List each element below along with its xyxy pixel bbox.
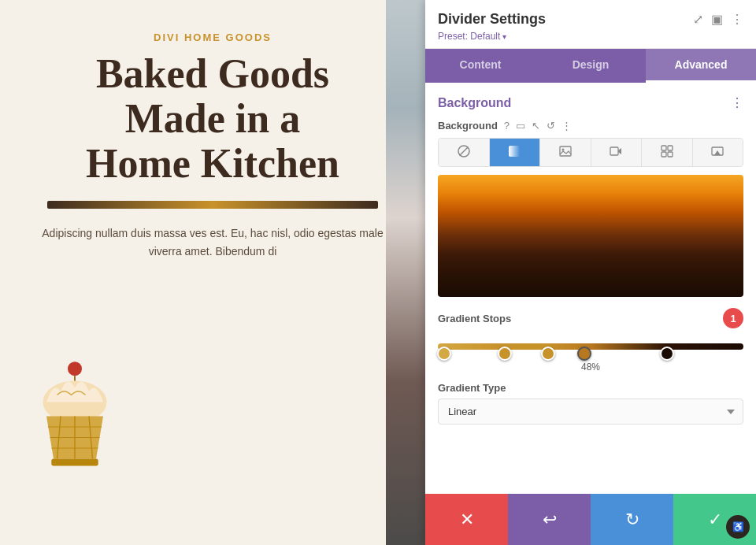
redo-button[interactable]: ↻ — [591, 494, 673, 545]
settings-panel: Divider Settings ⤢ ▣ ⋮ Preset: Default C… — [425, 0, 756, 545]
bg-more-icon[interactable]: ⋮ — [561, 120, 572, 132]
columns-icon[interactable]: ▣ — [711, 12, 723, 27]
tab-design[interactable]: Design — [536, 49, 646, 83]
bottom-buttons: ✕ ↩ ↻ ✓ — [425, 494, 756, 545]
gradient-type-select[interactable]: Linear Radial Conic — [438, 399, 743, 425]
cursor-icon[interactable]: ↖ — [532, 120, 540, 132]
gradient-stops-label: Gradient Stops — [438, 313, 511, 324]
bg-type-mask[interactable] — [693, 139, 743, 166]
svg-point-0 — [68, 361, 82, 376]
panel-preset[interactable]: Preset: Default — [438, 31, 743, 42]
svg-line-11 — [459, 147, 468, 156]
panel-header: Divider Settings ⤢ ▣ ⋮ Preset: Default — [425, 0, 756, 49]
cancel-button[interactable]: ✕ — [425, 494, 508, 545]
stop-dot-3[interactable] — [541, 347, 555, 361]
section-menu-icon[interactable]: ⋮ — [731, 95, 743, 110]
bg-type-image[interactable] — [540, 139, 591, 166]
bg-type-row — [438, 138, 743, 167]
accessibility-icon: ♿ — [726, 515, 750, 539]
preview-area: DIVI HOME GOODS Baked Goods Made in a Ho… — [0, 0, 425, 545]
svg-point-14 — [561, 149, 564, 151]
section-title: Background — [438, 96, 511, 110]
section-title-row: Background ⋮ — [438, 95, 743, 110]
gradient-stops-header: Gradient Stops 1 — [438, 308, 743, 328]
photo-strip — [386, 0, 425, 545]
bg-type-video[interactable] — [591, 139, 643, 166]
panel-tabs: Content Design Advanced — [425, 49, 756, 83]
tab-content[interactable]: Content — [425, 49, 536, 83]
mobile-preview-icon[interactable]: ▭ — [516, 120, 525, 132]
stop-dot-2[interactable] — [498, 347, 512, 361]
preview-body-text: Adipiscing nullam duis massa ves est. Eu… — [0, 224, 425, 262]
gradient-type-label: Gradient Type — [438, 382, 743, 394]
help-icon[interactable]: ? — [504, 120, 510, 132]
brand-name: DIVI HOME GOODS — [0, 0, 425, 43]
stop-dot-5[interactable] — [660, 347, 674, 361]
bg-type-gradient[interactable] — [490, 139, 541, 166]
stop-dot-1[interactable] — [437, 347, 451, 361]
svg-rect-17 — [662, 146, 666, 150]
panel-content: Background ⋮ Background ? ▭ ↖ ↺ ⋮ — [425, 83, 756, 494]
panel-title-row: Divider Settings ⤢ ▣ ⋮ — [438, 11, 743, 28]
more-options-icon[interactable]: ⋮ — [731, 12, 743, 27]
gradient-preview[interactable] — [438, 175, 743, 297]
svg-rect-12 — [509, 146, 520, 157]
bg-type-pattern[interactable] — [642, 139, 693, 166]
undo-button[interactable]: ↩ — [508, 494, 591, 545]
cupcake-svg — [16, 356, 134, 498]
svg-rect-19 — [662, 152, 666, 157]
svg-rect-9 — [51, 459, 98, 466]
tab-advanced[interactable]: Advanced — [646, 49, 756, 83]
svg-rect-13 — [560, 146, 571, 156]
bg-label-row: Background ? ▭ ↖ ↺ ⋮ — [438, 120, 743, 132]
gradient-stop-badge: 1 — [723, 308, 743, 328]
gradient-slider[interactable] — [438, 335, 743, 358]
bg-label: Background — [438, 120, 498, 132]
gradient-track — [438, 343, 743, 350]
bg-type-none[interactable] — [439, 139, 490, 166]
cupcake-illustration-area — [16, 356, 142, 513]
panel-title-icons: ⤢ ▣ ⋮ — [693, 12, 743, 27]
divider-line — [47, 201, 378, 209]
resize-icon[interactable]: ⤢ — [693, 12, 703, 27]
panel-title: Divider Settings — [438, 11, 546, 28]
svg-rect-15 — [610, 147, 618, 155]
reset-icon[interactable]: ↺ — [547, 120, 555, 132]
gradient-type-section: Gradient Type Linear Radial Conic — [438, 382, 743, 425]
stop-dot-4[interactable] — [577, 347, 591, 361]
preview-heading: Baked Goods Made in a Home Kitchen — [0, 43, 425, 187]
gradient-percentage: 48% — [438, 361, 743, 373]
svg-rect-18 — [668, 146, 673, 150]
svg-rect-20 — [668, 152, 673, 157]
gradient-stops-section: Gradient Stops 1 48% — [438, 308, 743, 373]
